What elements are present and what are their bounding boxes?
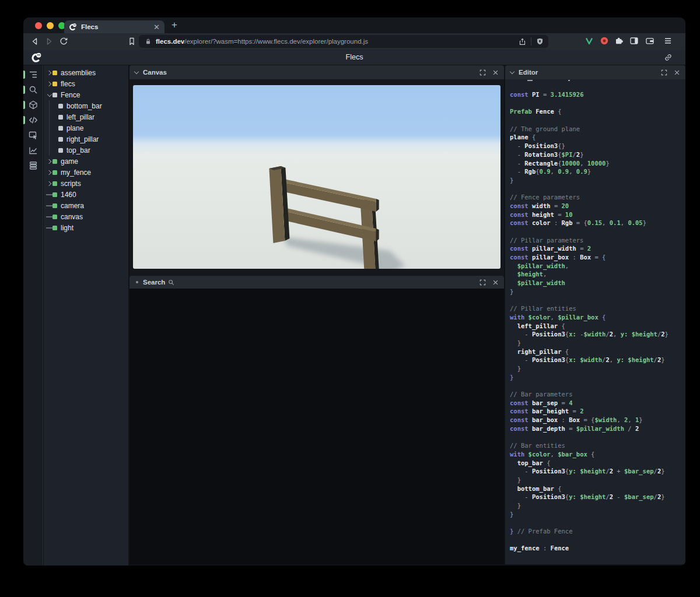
code-line: const pillar_box : Box = { — [510, 253, 685, 262]
vue-devtools-icon[interactable] — [584, 36, 594, 45]
panel-dot-icon[interactable] — [136, 281, 138, 283]
sidebar-toggle-icon[interactable] — [629, 36, 639, 45]
tree-item-canvas[interactable]: canvas — [44, 211, 128, 222]
bookmark-icon[interactable] — [127, 37, 136, 46]
code-line — [510, 185, 685, 194]
rail-button-layers-icon[interactable] — [23, 158, 43, 173]
chevron-down-icon[interactable] — [134, 69, 139, 74]
entity-color-square — [58, 104, 63, 108]
close-window-button[interactable] — [35, 22, 42, 29]
rail-button-inspect-icon[interactable] — [23, 128, 43, 143]
chevron-right-icon[interactable] — [46, 167, 52, 178]
rail-button-tree-view-icon[interactable] — [23, 67, 43, 82]
fullscreen-icon[interactable] — [661, 69, 667, 76]
tree-view-icon — [29, 70, 38, 79]
chevron-right-icon[interactable] — [46, 156, 52, 167]
chevron-right-icon[interactable] — [46, 178, 52, 189]
close-icon[interactable] — [492, 69, 499, 76]
reload-button[interactable] — [59, 37, 68, 46]
tab-title: Flecs — [81, 23, 98, 30]
code-line: - Position3{y: $height/2 - $bar_sep/2} — [510, 493, 685, 501]
editor-panel-body[interactable]: const PI = 3.1415926 Prefab Fence { // T… — [505, 79, 685, 564]
tree-indent — [52, 145, 58, 156]
menu-icon[interactable] — [663, 36, 673, 45]
url-domain: flecs.dev — [156, 38, 184, 45]
search-panel-body[interactable] — [130, 289, 504, 564]
chevron-down-icon[interactable] — [46, 89, 52, 100]
tree-item-my_fence[interactable]: my_fence — [44, 167, 128, 178]
code-line: // The ground plane — [510, 125, 685, 134]
tab-close-icon[interactable]: ✕ — [153, 23, 160, 31]
tree-item-label: plane — [66, 124, 83, 132]
tree-item-bottom_bar[interactable]: bottom_bar — [44, 100, 128, 111]
entity-color-square — [58, 148, 63, 153]
code-line — [510, 227, 685, 236]
tree-item-label: light — [61, 224, 74, 232]
tree-item-top_bar[interactable]: top_bar — [44, 145, 128, 156]
entity-color-square — [52, 203, 57, 208]
code-line: - Position3{x: -$width/2, y: $height/2} — [510, 330, 685, 339]
active-indicator — [23, 86, 25, 94]
chevron-right-icon[interactable] — [46, 78, 52, 89]
tree-item-game[interactable]: game — [44, 156, 128, 167]
wallet-icon[interactable] — [645, 36, 654, 45]
tree-item-label: left_pillar — [66, 113, 94, 121]
brave-shield-icon[interactable] — [536, 37, 544, 45]
minimize-window-button[interactable] — [47, 22, 54, 29]
red-extension-icon[interactable] — [600, 36, 609, 45]
close-icon[interactable] — [674, 69, 680, 76]
code-line: right_pillar { — [510, 347, 685, 356]
code-line: bottom_bar { — [510, 484, 685, 493]
editor-code[interactable]: const PI = 3.1415926 Prefab Fence { // T… — [510, 90, 685, 553]
url-bar[interactable]: flecs.dev /explorer/?wasm=https://www.fl… — [139, 35, 548, 48]
entity-color-square — [52, 82, 57, 86]
rail-button-stats-icon[interactable] — [23, 143, 43, 158]
tree-item-label: right_pillar — [66, 135, 99, 143]
code-line: } — [510, 510, 685, 519]
code-line: } — [510, 287, 685, 296]
browser-tab[interactable]: Flecs ✕ — [64, 20, 164, 33]
tree-item-label: Fence — [61, 91, 80, 99]
tree-item-camera[interactable]: camera — [44, 200, 128, 211]
code-line: const height = 10 — [510, 210, 685, 219]
code-line: const bar_sep = 4 — [510, 399, 685, 408]
code-line: left_pillar { — [510, 322, 685, 331]
chevron-right-icon[interactable] — [46, 67, 52, 78]
app-header: Flecs — [23, 50, 685, 65]
code-line: // Bar entities — [510, 441, 685, 450]
code-line: Prefab Fence { — [510, 107, 685, 116]
tree-item-flecs[interactable]: flecs — [44, 78, 128, 89]
fullscreen-icon[interactable] — [480, 279, 486, 286]
main-area: assembliesflecsFencebottom_barleft_pilla… — [23, 65, 685, 566]
code-line: // Pillar parameters — [510, 236, 685, 245]
back-button[interactable] — [30, 37, 40, 46]
chevron-down-icon[interactable] — [510, 69, 514, 74]
code-line: $pillar_width, — [510, 262, 685, 271]
tree-item-right_pillar[interactable]: right_pillar — [44, 134, 128, 145]
code-line: plane { — [510, 133, 685, 142]
tree-item-1460[interactable]: 1460 — [44, 189, 128, 200]
entity-color-square — [58, 126, 63, 131]
search-panel-header: Search — [130, 276, 504, 289]
leaf-dash-icon — [46, 200, 52, 211]
inspect-icon — [29, 131, 38, 140]
rail-button-search-icon[interactable] — [23, 82, 43, 97]
link-icon[interactable] — [664, 53, 673, 62]
tree-item-left_pillar[interactable]: left_pillar — [44, 111, 128, 122]
code-line: const bar_box : Box = {$width, 2, 1} — [510, 416, 685, 424]
tree-item-light[interactable]: light — [44, 222, 128, 233]
rail-button-code-icon[interactable] — [23, 113, 43, 128]
tree-item-scripts[interactable]: scripts — [44, 178, 128, 189]
tree-item-plane[interactable]: plane — [44, 122, 128, 134]
3d-scene[interactable] — [133, 85, 501, 269]
close-icon[interactable] — [492, 279, 499, 286]
rail-button-cube-icon[interactable] — [23, 97, 43, 113]
tree-item-Fence[interactable]: Fence — [44, 89, 128, 100]
forward-button[interactable] — [44, 37, 54, 46]
code-line: $height, — [510, 270, 685, 279]
fullscreen-icon[interactable] — [480, 69, 486, 76]
extensions-puzzle-icon[interactable] — [614, 36, 624, 45]
share-icon[interactable] — [519, 38, 526, 45]
tree-item-assemblies[interactable]: assemblies — [44, 67, 128, 78]
new-tab-button[interactable]: + — [172, 19, 177, 31]
